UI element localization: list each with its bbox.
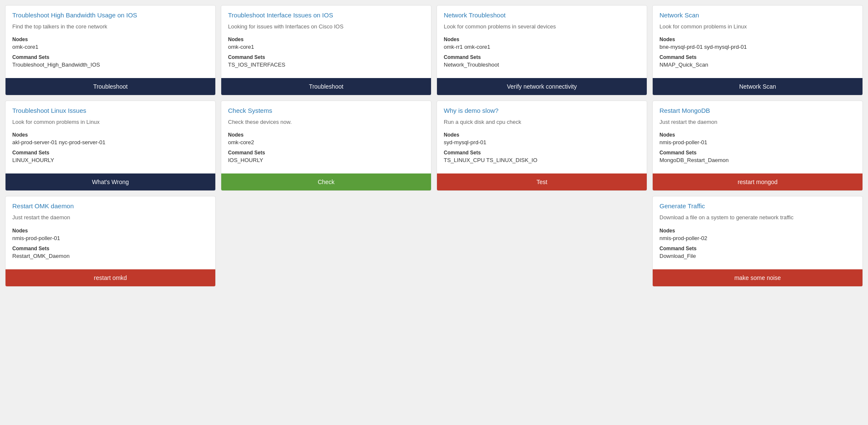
command-sets-label: Command Sets bbox=[228, 54, 424, 60]
card-action-button[interactable]: Troubleshoot bbox=[6, 78, 215, 95]
command-sets-value: TS_LINUX_CPU TS_LINUX_DISK_IO bbox=[444, 157, 640, 163]
empty-cell bbox=[437, 196, 647, 286]
card-body: Restart MongoDBJust restart the daemonNo… bbox=[653, 101, 862, 173]
card-action-button[interactable]: Test bbox=[437, 173, 647, 190]
command-sets-value: LINUX_HOURLY bbox=[12, 157, 209, 163]
card-title[interactable]: Why is demo slow? bbox=[444, 107, 640, 114]
card-description: Just restart the daemon bbox=[659, 118, 856, 126]
card-title[interactable]: Troubleshoot Interface Issues on IOS bbox=[228, 11, 424, 19]
card-title[interactable]: Network Scan bbox=[659, 11, 856, 19]
nodes-value: syd-mysql-prd-01 bbox=[444, 139, 640, 145]
command-sets-label: Command Sets bbox=[12, 54, 209, 60]
job-card: Network TroubleshootLook for common prob… bbox=[437, 5, 647, 95]
card-body: Troubleshoot Interface Issues on IOSLook… bbox=[221, 6, 431, 78]
card-description: Run a quick disk and cpu check bbox=[444, 118, 640, 126]
nodes-label: Nodes bbox=[12, 36, 209, 42]
command-sets-value: Troubleshoot_High_Bandwidth_IOS bbox=[12, 62, 209, 68]
command-sets-label: Command Sets bbox=[444, 150, 640, 156]
command-sets-value: MongoDB_Restart_Daemon bbox=[659, 157, 856, 163]
card-body: Troubleshoot High Bandwidth Usage on IOS… bbox=[6, 6, 215, 78]
card-description: Look for common problems in several devi… bbox=[444, 23, 640, 31]
card-title[interactable]: Restart OMK daemon bbox=[12, 202, 209, 210]
job-card: Why is demo slow?Run a quick disk and cp… bbox=[437, 101, 647, 191]
command-sets-label: Command Sets bbox=[659, 150, 856, 156]
nodes-value: nmis-prod-poller-01 bbox=[659, 139, 856, 145]
nodes-value: omk-core1 bbox=[12, 44, 209, 50]
job-card: Restart OMK daemonJust restart the daemo… bbox=[5, 196, 216, 286]
job-card: Restart MongoDBJust restart the daemonNo… bbox=[652, 101, 863, 191]
card-action-button[interactable]: Network Scan bbox=[653, 78, 862, 95]
card-description: Download a file on a system to generate … bbox=[659, 214, 856, 221]
card-description: Look for common problems in Linux bbox=[12, 118, 209, 126]
card-title[interactable]: Generate Traffic bbox=[659, 202, 856, 210]
nodes-value: bne-mysql-prd-01 syd-mysql-prd-01 bbox=[659, 44, 856, 50]
card-body: Troubleshoot Linux IssuesLook for common… bbox=[6, 101, 215, 173]
command-sets-value: Network_Troubleshoot bbox=[444, 62, 640, 68]
job-card: Troubleshoot Linux IssuesLook for common… bbox=[5, 101, 216, 191]
nodes-label: Nodes bbox=[659, 228, 856, 234]
command-sets-label: Command Sets bbox=[12, 150, 209, 156]
nodes-label: Nodes bbox=[228, 132, 424, 138]
card-title[interactable]: Network Troubleshoot bbox=[444, 11, 640, 19]
card-body: Restart OMK daemonJust restart the daemo… bbox=[6, 196, 215, 269]
card-action-button[interactable]: restart omkd bbox=[6, 269, 215, 286]
command-sets-label: Command Sets bbox=[228, 150, 424, 156]
empty-cell bbox=[221, 196, 431, 286]
job-card: Generate TrafficDownload a file on a sys… bbox=[652, 196, 863, 286]
nodes-label: Nodes bbox=[659, 132, 856, 138]
job-card: Check SystemsCheck these devices now.Nod… bbox=[221, 101, 431, 191]
job-card: Network ScanLook for common problems in … bbox=[652, 5, 863, 95]
card-action-button[interactable]: Verify network connectivity bbox=[437, 78, 647, 95]
card-title[interactable]: Check Systems bbox=[228, 107, 424, 114]
nodes-label: Nodes bbox=[12, 132, 209, 138]
card-action-button[interactable]: What's Wrong bbox=[6, 173, 215, 190]
card-body: Network TroubleshootLook for common prob… bbox=[437, 6, 647, 78]
nodes-label: Nodes bbox=[444, 132, 640, 138]
card-description: Just restart the daemon bbox=[12, 214, 209, 221]
card-title[interactable]: Restart MongoDB bbox=[659, 107, 856, 114]
nodes-value: omk-core2 bbox=[228, 139, 424, 145]
nodes-value: omk-rr1 omk-core1 bbox=[444, 44, 640, 50]
command-sets-label: Command Sets bbox=[444, 54, 640, 60]
card-description: Find the top talkers in the core network bbox=[12, 23, 209, 31]
card-body: Why is demo slow?Run a quick disk and cp… bbox=[437, 101, 647, 173]
command-sets-value: TS_IOS_INTERFACES bbox=[228, 62, 424, 68]
card-title[interactable]: Troubleshoot Linux Issues bbox=[12, 107, 209, 114]
card-action-button[interactable]: Troubleshoot bbox=[221, 78, 431, 95]
card-action-button[interactable]: restart mongod bbox=[653, 173, 862, 190]
nodes-value: omk-core1 bbox=[228, 44, 424, 50]
nodes-label: Nodes bbox=[659, 36, 856, 42]
card-title[interactable]: Troubleshoot High Bandwidth Usage on IOS bbox=[12, 11, 209, 19]
card-description: Look for common problems in Linux bbox=[659, 23, 856, 31]
card-description: Check these devices now. bbox=[228, 118, 424, 126]
job-card: Troubleshoot Interface Issues on IOSLook… bbox=[221, 5, 431, 95]
card-action-button[interactable]: make some noise bbox=[653, 269, 862, 286]
cards-grid: Troubleshoot High Bandwidth Usage on IOS… bbox=[5, 5, 863, 287]
command-sets-value: IOS_HOURLY bbox=[228, 157, 424, 163]
nodes-value: nmis-prod-poller-01 bbox=[12, 235, 209, 241]
card-action-button[interactable]: Check bbox=[221, 173, 431, 190]
nodes-value: akl-prod-server-01 nyc-prod-server-01 bbox=[12, 139, 209, 145]
card-body: Check SystemsCheck these devices now.Nod… bbox=[221, 101, 431, 173]
nodes-label: Nodes bbox=[12, 228, 209, 234]
command-sets-label: Command Sets bbox=[659, 246, 856, 252]
nodes-label: Nodes bbox=[444, 36, 640, 42]
card-body: Generate TrafficDownload a file on a sys… bbox=[653, 196, 862, 269]
command-sets-label: Command Sets bbox=[12, 246, 209, 252]
nodes-label: Nodes bbox=[228, 36, 424, 42]
command-sets-value: Download_File bbox=[659, 253, 856, 259]
card-description: Looking for issues with Interfaces on Ci… bbox=[228, 23, 424, 31]
command-sets-label: Command Sets bbox=[659, 54, 856, 60]
job-card: Troubleshoot High Bandwidth Usage on IOS… bbox=[5, 5, 216, 95]
command-sets-value: Restart_OMK_Daemon bbox=[12, 253, 209, 259]
card-body: Network ScanLook for common problems in … bbox=[653, 6, 862, 78]
nodes-value: nmis-prod-poller-02 bbox=[659, 235, 856, 241]
command-sets-value: NMAP_Quick_Scan bbox=[659, 62, 856, 68]
